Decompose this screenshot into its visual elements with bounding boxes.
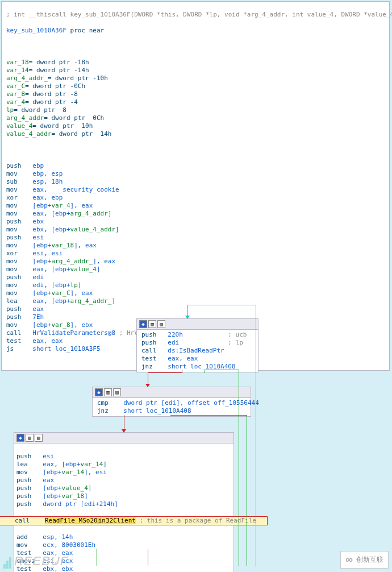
var-ref: var_4: [51, 202, 70, 209]
comment: ; ucb: [183, 331, 247, 338]
node-toolbar: ◆ ▥ ▤: [14, 433, 233, 443]
var-def: = dword ptr -18h: [29, 59, 89, 66]
var-ref: arg_4_addr_: [70, 297, 112, 305]
operand: eax, [ebp+: [32, 210, 70, 217]
operand: ], eax: [70, 202, 93, 209]
operand: [ebp+: [32, 321, 51, 329]
operand: ebp: [32, 162, 44, 169]
operand: ebx, [ebp+: [32, 226, 70, 233]
mnemonic: lea: [16, 461, 43, 468]
var-ref: var_18: [61, 492, 84, 500]
operand: ebx: [32, 218, 44, 225]
mnemonic: mov: [6, 226, 32, 233]
local-var: arg_4_addr_: [6, 74, 48, 82]
disasm-listing: push 220h ; ucbpush edi ; lpcall ds:IsBa…: [137, 330, 258, 372]
operand: edi: [168, 339, 179, 346]
graph-node-cmp[interactable]: ◆ ▥ ▤ cmp dword ptr [edi], offset off_10…: [92, 387, 251, 417]
mnemonic: push: [6, 313, 32, 321]
operand: eax: [43, 476, 54, 484]
comment: ; lp: [179, 339, 243, 346]
operand: 220h: [168, 331, 183, 338]
mnemonic: mov: [6, 170, 32, 177]
disasm-listing: push esilea eax, [ebp+var_14]mov [ebp+va…: [14, 443, 233, 572]
watermark-cxhl: ∞ 创新互联: [340, 551, 389, 569]
var-def: = dword ptr -10h: [48, 74, 108, 82]
var-ref: lp: [70, 281, 78, 289]
highlighted-call-line[interactable]: call ReadFile_MSo20in32Client ; this is …: [0, 516, 268, 525]
mnemonic: push: [6, 305, 32, 313]
operand: ]: [115, 226, 119, 233]
operand: short loc_1010A408: [168, 363, 235, 370]
watermark-freebuf: REEBUF: [3, 554, 68, 569]
graph-node-readfile[interactable]: ◆ ▥ ▤ push esilea eax, [ebp+var_14]mov […: [14, 432, 234, 572]
operand: ], eax: [93, 258, 115, 265]
operand: [ebp+: [43, 484, 61, 492]
mnemonic: push: [6, 218, 32, 225]
call-target-part2: in32Client: [98, 517, 136, 524]
bars-icon: ▥: [148, 320, 156, 328]
var-def: = dword ptr 14h: [51, 130, 111, 138]
bars-icon: ▥: [104, 388, 112, 396]
graph-node-entry[interactable]: ; int __thiscall key_sub_1010A36F(DWORD …: [1, 1, 390, 371]
mnemonic: push: [6, 234, 32, 241]
node-toolbar: ◆ ▥ ▤: [137, 319, 258, 330]
var-ref: var_18: [51, 242, 74, 249]
proc-name: key_sub_1010A36F: [6, 27, 66, 34]
operand: [ebp+: [32, 202, 51, 209]
operand: dword ptr [edi+214h]: [43, 500, 118, 508]
operand: eax, eax: [32, 337, 62, 345]
bars-icon: ▥: [26, 434, 34, 442]
mnemonic: test: [6, 337, 32, 345]
mnemonic: push: [141, 331, 168, 338]
operand: [ebp+: [32, 289, 51, 297]
mnemonic: mov: [16, 541, 43, 549]
operand: ]: [97, 266, 101, 273]
signature-comment: ; int __thiscall key_sub_1010A36F(DWORD …: [6, 11, 392, 18]
mnemonic: push: [141, 339, 168, 346]
operand: ]: [103, 461, 107, 468]
local-var: var_18: [6, 59, 29, 66]
mnemonic: js: [6, 345, 32, 353]
arrow-down-icon: [145, 384, 150, 387]
operand: 7Eh: [32, 313, 44, 321]
mnemonic: mov: [6, 258, 32, 265]
bars-icon: [3, 554, 12, 569]
local-var: value_4: [6, 122, 32, 130]
comment: ; this is a package of ReadFile: [136, 517, 256, 524]
operand: eax, [ebp+: [32, 266, 70, 273]
node-toolbar: ◆ ▥ ▤: [93, 387, 251, 398]
operand: eax, eax: [168, 355, 198, 362]
var-def: = dword ptr 8: [14, 106, 66, 114]
mnemonic: call: [141, 347, 168, 354]
operand: [ebp+: [43, 469, 61, 476]
mnemonic: mov: [6, 202, 32, 209]
operand: [ebp+: [43, 492, 61, 500]
operand: ]: [78, 281, 82, 289]
blue-square-icon: ◆: [95, 388, 103, 396]
local-var: var_4: [6, 98, 25, 106]
operand: ], eax: [74, 242, 97, 249]
mnemonic: call: [15, 517, 30, 524]
mnemonic: push: [6, 162, 32, 169]
var-def: = dword ptr -0Ch: [25, 82, 85, 90]
operand: esp, 18h: [32, 178, 62, 185]
operand: ], eax: [70, 289, 93, 297]
blue-square-icon: ◆: [139, 320, 147, 328]
mnemonic: xor: [6, 250, 32, 257]
mnemonic: mov: [6, 281, 32, 289]
operand: dword ptr [edi], offset off_10556444: [123, 399, 258, 407]
operand: HrValidateParameters@8: [32, 329, 115, 337]
operand: [ebp+: [32, 242, 51, 249]
disasm-listing: cmp dword ptr [edi], offset off_10556444…: [93, 398, 251, 416]
mnemonic: xor: [6, 194, 32, 201]
mnemonic: jnz: [141, 363, 168, 370]
local-var: lp: [6, 106, 14, 114]
mnemonic: mov: [6, 186, 32, 193]
local-var: var_14: [6, 67, 29, 74]
operand: ecx, 8003001Eh: [43, 541, 95, 549]
local-var: var_C: [6, 82, 25, 90]
proc-near: proc near: [66, 27, 104, 34]
graph-node-isbadreadptr[interactable]: ◆ ▥ ▤ push 220h ; ucbpush edi ; lpcall d…: [136, 318, 258, 372]
var-ref: var_8: [51, 321, 70, 329]
var-def: = dword ptr -8: [25, 90, 78, 98]
